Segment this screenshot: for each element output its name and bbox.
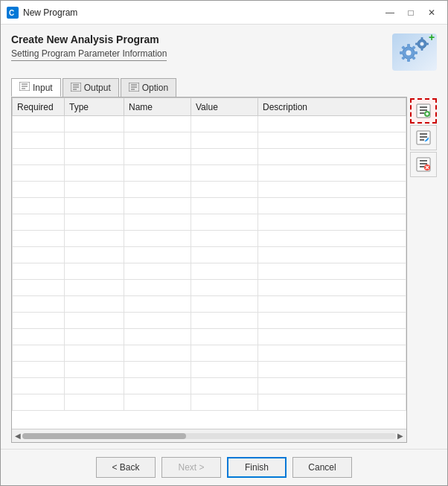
- svg-rect-18: [415, 43, 418, 45]
- svg-rect-5: [407, 44, 410, 48]
- table-row[interactable]: [13, 132, 406, 149]
- header-text: Create New Analysis Program Setting Prog…: [11, 33, 385, 61]
- header-section: Create New Analysis Program Setting Prog…: [11, 33, 437, 71]
- cancel-button[interactable]: Cancel: [292, 457, 352, 478]
- table-row[interactable]: [13, 280, 406, 296]
- col-header-value: Value: [191, 98, 258, 116]
- edit-row-button[interactable]: [410, 125, 437, 150]
- tab-option-label: Option: [142, 83, 168, 93]
- minimize-button[interactable]: —: [380, 5, 400, 20]
- tab-input[interactable]: Input: [11, 78, 61, 97]
- table-row[interactable]: [13, 345, 406, 362]
- data-table: Required Type Name Value Description: [12, 97, 406, 411]
- svg-rect-7: [414, 51, 417, 54]
- tab-output[interactable]: Output: [63, 78, 119, 97]
- main-panel: Required Type Name Value Description: [11, 97, 437, 443]
- scroll-thumb[interactable]: [22, 433, 186, 439]
- table-row[interactable]: [13, 394, 406, 411]
- scroll-track[interactable]: [22, 433, 396, 439]
- tab-bar: Input Output Option: [11, 78, 437, 97]
- header-title: Create New Analysis Program: [11, 33, 385, 45]
- tab-input-label: Input: [33, 83, 53, 93]
- svg-rect-8: [400, 51, 403, 54]
- table-row[interactable]: [13, 329, 406, 345]
- col-header-description: Description: [258, 98, 406, 116]
- svg-text:C: C: [9, 9, 14, 17]
- table-row[interactable]: [13, 247, 406, 263]
- svg-rect-16: [421, 48, 423, 51]
- scroll-left-arrow[interactable]: ◀: [13, 432, 22, 440]
- table-row[interactable]: [13, 378, 406, 394]
- svg-point-14: [420, 42, 424, 46]
- col-header-name: Name: [124, 98, 191, 116]
- table-row[interactable]: [13, 214, 406, 231]
- tab-input-icon: [19, 82, 30, 93]
- next-button[interactable]: Next >: [161, 457, 221, 478]
- table-row[interactable]: [13, 362, 406, 378]
- table-row[interactable]: [13, 231, 406, 247]
- horizontal-scrollbar[interactable]: ◀ ▶: [12, 429, 406, 442]
- maximize-button[interactable]: □: [401, 5, 420, 20]
- sidebar-buttons: [410, 97, 437, 443]
- tab-option[interactable]: Option: [121, 78, 176, 97]
- main-window: C New Program — □ ✕ Create New Analysis …: [0, 0, 448, 486]
- title-bar: C New Program — □ ✕: [1, 1, 447, 25]
- logo-area: +: [392, 33, 437, 71]
- window-title: New Program: [23, 7, 380, 18]
- svg-point-4: [406, 51, 412, 56]
- header-subtitle: Setting Program Parameter Information: [11, 48, 167, 61]
- footer: < Back Next > Finish Cancel: [1, 449, 447, 485]
- title-controls: — □ ✕: [380, 5, 441, 20]
- table-container: Required Type Name Value Description: [11, 97, 407, 443]
- tab-option-icon: [129, 83, 139, 94]
- table-wrapper[interactable]: Required Type Name Value Description: [12, 97, 406, 429]
- svg-rect-15: [421, 37, 423, 40]
- finish-button[interactable]: Finish: [227, 457, 287, 478]
- table-row[interactable]: [13, 149, 406, 165]
- add-row-button[interactable]: [410, 98, 437, 124]
- col-header-type: Type: [65, 98, 124, 116]
- close-button[interactable]: ✕: [422, 5, 441, 20]
- table-row[interactable]: [13, 182, 406, 198]
- table-row[interactable]: [13, 198, 406, 214]
- col-header-required: Required: [13, 98, 65, 116]
- tab-output-icon: [71, 83, 81, 94]
- content-area: Create New Analysis Program Setting Prog…: [1, 25, 447, 449]
- tab-output-label: Output: [84, 83, 111, 93]
- svg-text:+: +: [429, 33, 435, 43]
- back-button[interactable]: < Back: [96, 457, 156, 478]
- scroll-right-arrow[interactable]: ▶: [396, 432, 405, 440]
- table-row[interactable]: [13, 165, 406, 182]
- table-row[interactable]: [13, 116, 406, 132]
- window-icon: C: [7, 7, 19, 19]
- table-row[interactable]: [13, 296, 406, 313]
- delete-row-button[interactable]: [410, 152, 437, 177]
- svg-rect-6: [407, 58, 410, 62]
- table-row[interactable]: [13, 313, 406, 329]
- table-row[interactable]: [13, 263, 406, 280]
